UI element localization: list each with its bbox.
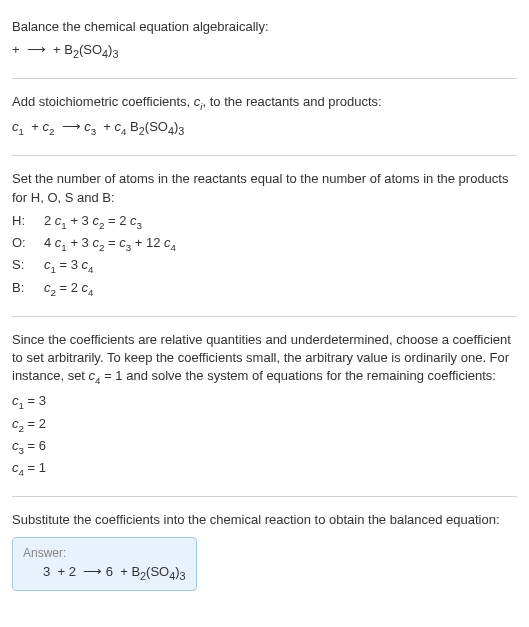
atom-label: S: — [12, 255, 32, 277]
step4-section: Since the coefficients are relative quan… — [12, 321, 517, 492]
coefficient-value: c4 = 1 — [12, 458, 517, 480]
atom-label: H: — [12, 211, 32, 233]
atom-table: H: 2 c1 + 3 c2 = 2 c3 O: 4 c1 + 3 c2 = c… — [12, 211, 517, 300]
atom-row: O: 4 c1 + 3 c2 = c3 + 12 c4 — [12, 233, 517, 255]
step1-equation: + ⟶ + B2(SO4)3 — [12, 40, 517, 62]
answer-label: Answer: — [23, 546, 186, 560]
step5-title: Substitute the coefficients into the che… — [12, 511, 517, 529]
divider — [12, 496, 517, 497]
divider — [12, 78, 517, 79]
step3-title: Set the number of atoms in the reactants… — [12, 170, 517, 206]
atom-equation: c1 = 3 c4 — [44, 255, 94, 277]
step2-title: Add stoichiometric coefficients, ci, to … — [12, 93, 517, 113]
step5-section: Substitute the coefficients into the che… — [12, 501, 517, 599]
coefficient-value: c3 = 6 — [12, 436, 517, 458]
atom-row: B: c2 = 2 c4 — [12, 278, 517, 300]
atom-label: B: — [12, 278, 32, 300]
step2-equation: c1 + c2 ⟶ c3 + c4 B2(SO4)3 — [12, 117, 517, 139]
atom-row: H: 2 c1 + 3 c2 = 2 c3 — [12, 211, 517, 233]
atom-equation: 2 c1 + 3 c2 = 2 c3 — [44, 211, 142, 233]
step3-section: Set the number of atoms in the reactants… — [12, 160, 517, 311]
coefficient-list: c1 = 3 c2 = 2 c3 = 6 c4 = 1 — [12, 391, 517, 480]
atom-label: O: — [12, 233, 32, 255]
atom-equation: c2 = 2 c4 — [44, 278, 94, 300]
answer-equation: 3 + 2 ⟶ 6 + B2(SO4)3 — [23, 564, 186, 582]
atom-equation: 4 c1 + 3 c2 = c3 + 12 c4 — [44, 233, 176, 255]
divider — [12, 316, 517, 317]
step2-section: Add stoichiometric coefficients, ci, to … — [12, 83, 517, 151]
divider — [12, 155, 517, 156]
answer-box: Answer: 3 + 2 ⟶ 6 + B2(SO4)3 — [12, 537, 197, 591]
step4-text: Since the coefficients are relative quan… — [12, 331, 517, 388]
coefficient-value: c2 = 2 — [12, 414, 517, 436]
coefficient-value: c1 = 3 — [12, 391, 517, 413]
step1-title: Balance the chemical equation algebraica… — [12, 18, 517, 36]
atom-row: S: c1 = 3 c4 — [12, 255, 517, 277]
step1-section: Balance the chemical equation algebraica… — [12, 8, 517, 74]
